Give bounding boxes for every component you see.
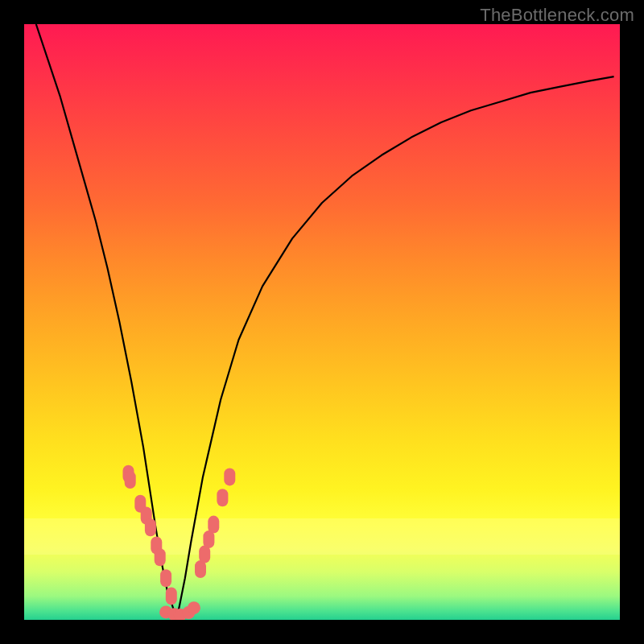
chart-plot-area	[24, 24, 620, 620]
chart-frame: TheBottleneck.com	[0, 0, 644, 644]
chart-data-markers	[123, 465, 236, 620]
chart-marker	[160, 569, 171, 587]
chart-marker	[188, 601, 200, 614]
chart-marker	[125, 471, 136, 489]
chart-marker	[224, 468, 235, 485]
chart-marker	[217, 489, 228, 506]
chart-marker	[145, 518, 156, 536]
chart-marker	[208, 516, 219, 534]
chart-curve-line	[36, 24, 614, 617]
watermark-text: TheBottleneck.com	[480, 5, 634, 26]
chart-svg-layer	[24, 24, 620, 620]
chart-marker	[166, 587, 177, 605]
chart-marker	[155, 548, 166, 566]
